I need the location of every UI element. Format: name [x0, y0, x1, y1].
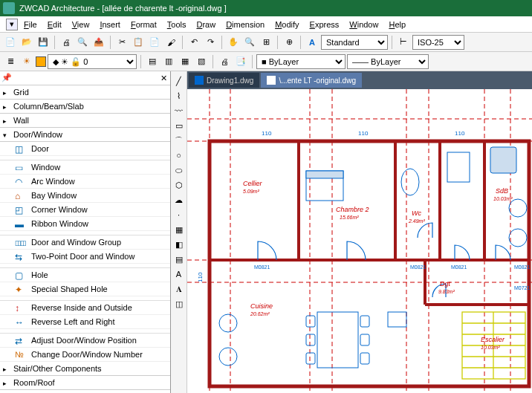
- line-tool[interactable]: ╱: [172, 74, 186, 88]
- polygon-tool[interactable]: ⬡: [172, 178, 186, 192]
- match-button[interactable]: 🖌: [163, 35, 178, 50]
- redo-button[interactable]: ↷: [203, 35, 218, 50]
- save-button[interactable]: 💾: [36, 35, 51, 50]
- panel-pin-icon[interactable]: 📌: [1, 73, 12, 83]
- rect-tool[interactable]: ▭: [172, 119, 186, 132]
- tool-arc-window[interactable]: Arc Window: [0, 175, 170, 189]
- text-style-a-icon[interactable]: A: [305, 35, 319, 50]
- paste-button[interactable]: 📄: [147, 35, 162, 50]
- window-icon: [15, 163, 27, 172]
- menu-dimension[interactable]: Dimension: [221, 19, 269, 30]
- text-style-select[interactable]: Standard: [321, 35, 388, 50]
- tab-original-dwg[interactable]: \...ente LT -original.dwg: [261, 73, 362, 88]
- dim-style-select[interactable]: ISO-25: [412, 35, 464, 50]
- window-title: ZWCAD Architecture - [allée de charente …: [19, 4, 227, 13]
- menu-format[interactable]: Format: [126, 19, 161, 30]
- layer-prev-button[interactable]: ▥: [161, 54, 176, 69]
- table-tool[interactable]: ▤: [172, 253, 186, 266]
- corner-icon: [15, 205, 27, 214]
- menu-help[interactable]: Help: [384, 19, 410, 30]
- category-elevation-section[interactable]: Elevation/Section: [0, 390, 170, 393]
- tool-door[interactable]: Door: [0, 142, 170, 156]
- undo-button[interactable]: ↶: [186, 35, 201, 50]
- zoom-button[interactable]: 🔍: [242, 35, 257, 50]
- spline-tool[interactable]: 〰: [172, 104, 186, 117]
- layer-new-button[interactable]: ☀: [19, 54, 34, 69]
- open-button[interactable]: 📂: [19, 35, 34, 50]
- layer-select[interactable]: ◆ ☀ 🔓 0: [48, 54, 137, 69]
- tool-ribbon-window[interactable]: Ribbon Window: [0, 217, 170, 231]
- zoom-ext-button[interactable]: ⊞: [259, 35, 273, 50]
- category-stair-other-components[interactable]: Stair/Other Components: [0, 362, 170, 376]
- menu-edit[interactable]: Edit: [43, 19, 66, 30]
- preview-button[interactable]: 🔍: [75, 35, 90, 50]
- category-grid[interactable]: Grid: [0, 85, 170, 100]
- tool-special-shaped-hole[interactable]: Special Shaped Hole: [0, 282, 170, 296]
- menu-view[interactable]: View: [68, 19, 94, 30]
- region-tool[interactable]: ◧: [172, 238, 186, 251]
- navigate-button[interactable]: ⊕: [282, 35, 296, 50]
- system-menu-icon[interactable]: ▾: [6, 19, 18, 30]
- linetype-select[interactable]: —— ByLayer: [347, 54, 429, 69]
- block-tool[interactable]: ◫: [172, 297, 186, 311]
- svg-text:110: 110: [358, 130, 369, 137]
- publish-button[interactable]: 📤: [91, 35, 106, 50]
- print-setup-button[interactable]: 🖨: [217, 54, 232, 69]
- circle-tool[interactable]: ○: [172, 149, 186, 162]
- menu-draw[interactable]: Draw: [192, 19, 220, 30]
- ellipse-tool[interactable]: ⬭: [172, 163, 186, 177]
- svg-rect-21: [306, 171, 343, 178]
- draw-toolbar: ╱ ⌇ 〰 ▭ ⌒ ○ ⬭ ⬡ ☁ · ▦ ◧ ▤ A 𝐀 ◫: [171, 71, 187, 393]
- tool-adjust-door-window-position[interactable]: Adjust Door/Window Position: [0, 334, 170, 348]
- pan-button[interactable]: ✋: [226, 35, 241, 50]
- tool-reverse-inside-and-outside[interactable]: Reverse Inside and Outside: [0, 301, 170, 315]
- category-room-roof[interactable]: Room/Roof: [0, 376, 170, 390]
- svg-rect-28: [306, 316, 315, 327]
- tool-door-and-window-group[interactable]: Door and Window Group: [0, 236, 170, 250]
- tool-hole[interactable]: Hole: [0, 268, 170, 282]
- menu-window[interactable]: Window: [345, 19, 383, 30]
- layer-off-button[interactable]: ▦: [178, 54, 192, 69]
- drawing-canvas[interactable]: 110 110 110 110 M0821 M0821 M0821 M0821 …: [187, 89, 532, 393]
- text-tool[interactable]: A: [172, 267, 186, 281]
- print-button[interactable]: 🖨: [59, 35, 74, 50]
- color-bylayer-select[interactable]: ■ ByLayer: [256, 54, 346, 69]
- point-tool[interactable]: ·: [172, 208, 186, 221]
- group-icon: [15, 238, 27, 247]
- tab-drawing1[interactable]: Drawing1.dwg: [189, 73, 259, 88]
- menu-file[interactable]: File: [19, 19, 42, 30]
- new-button[interactable]: 📄: [3, 35, 18, 50]
- menu-tools[interactable]: Tools: [163, 19, 191, 30]
- svg-rect-30: [306, 353, 315, 364]
- mtext-tool[interactable]: 𝐀: [172, 282, 186, 296]
- category-column-beam-slab[interactable]: Column/Beam/Slab: [0, 100, 170, 114]
- menu-modify[interactable]: Modify: [270, 19, 303, 30]
- tool-reverse-left-and-right[interactable]: Reverse Left and Right: [0, 315, 170, 329]
- hatch-tool[interactable]: ▦: [172, 223, 186, 236]
- copy-button[interactable]: 📋: [131, 35, 146, 50]
- layer-mgr-button[interactable]: ≣: [3, 54, 18, 69]
- cut-button[interactable]: ✂: [114, 35, 129, 50]
- arc-tool[interactable]: ⌒: [172, 134, 186, 147]
- menu-express[interactable]: Express: [305, 19, 344, 30]
- plot-button[interactable]: 📑: [233, 54, 248, 69]
- chevron-icon: [3, 364, 10, 373]
- svg-text:Escalier: Escalier: [481, 336, 505, 343]
- layer-iso-button[interactable]: ▤: [145, 54, 160, 69]
- svg-text:M0821: M0821: [410, 264, 426, 270]
- svg-text:Cellier: Cellier: [243, 180, 263, 187]
- dim-style-icon[interactable]: ⊢: [396, 35, 411, 50]
- tool-corner-window[interactable]: Corner Window: [0, 203, 170, 217]
- polyline-tool[interactable]: ⌇: [172, 89, 186, 103]
- cloud-tool[interactable]: ☁: [172, 193, 186, 207]
- tool-two-point-door-and-window[interactable]: Two-Point Door and Window: [0, 250, 170, 264]
- category-door-window[interactable]: Door/Window: [0, 128, 170, 142]
- panel-close-icon[interactable]: ✕: [158, 73, 169, 83]
- layer-on-button[interactable]: ▧: [194, 54, 209, 69]
- category-wall[interactable]: Wall: [0, 114, 170, 128]
- tool-window[interactable]: Window: [0, 160, 170, 175]
- menu-insert[interactable]: Insert: [95, 19, 125, 30]
- tool-change-door-window-number[interactable]: Change Door/Window Number: [0, 348, 170, 362]
- svg-text:Cuisine: Cuisine: [250, 302, 273, 310]
- tool-bay-window[interactable]: Bay Window: [0, 189, 170, 203]
